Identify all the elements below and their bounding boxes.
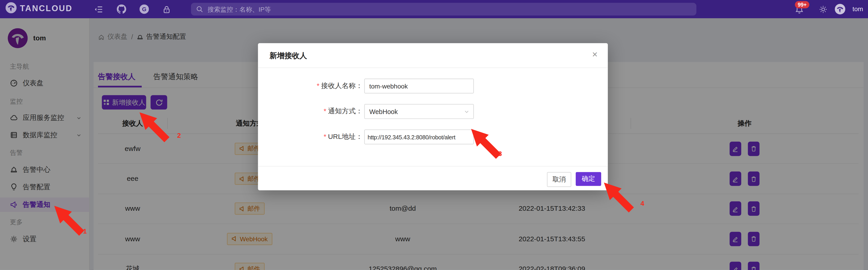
brand[interactable]: TANCLOUD — [5, 2, 72, 13]
gitee-icon[interactable]: G — [140, 4, 149, 14]
app-root: TANCLOUD G 99+ tom — [0, 0, 868, 270]
gear-icon[interactable] — [819, 5, 828, 14]
required-asterisk: * — [317, 82, 319, 90]
chevron-down-icon — [464, 109, 469, 114]
menu-fold-icon[interactable] — [94, 5, 103, 14]
select-value: WebHook — [365, 108, 398, 115]
annotation-step-number: 2 — [177, 132, 181, 139]
confirm-button[interactable]: 确定 — [576, 172, 601, 186]
required-asterisk: * — [323, 133, 326, 140]
form-row-method: *通知方式： WebHook — [258, 104, 608, 119]
required-asterisk: * — [323, 107, 326, 115]
url-input[interactable] — [365, 134, 473, 140]
modal-title: 新增接收人 — [270, 51, 307, 61]
form-row-url: *URL地址： — [258, 130, 608, 144]
brand-name: TANCLOUD — [20, 3, 72, 12]
search-bar — [191, 3, 696, 15]
annotation-step-number: 3 — [498, 150, 502, 158]
annotation-step-number: 4 — [641, 200, 644, 207]
github-icon[interactable] — [117, 4, 126, 14]
lock-icon[interactable] — [162, 5, 171, 14]
svg-text:G: G — [142, 6, 146, 12]
annotation-arrow-2 — [137, 110, 173, 145]
search-icon — [196, 5, 203, 13]
search-input[interactable] — [207, 5, 691, 13]
add-recipient-modal: 新增接收人 ✕ *接收人名称： *通知方式： WebHook *URL地址： 取… — [258, 43, 608, 190]
header-username[interactable]: tom — [852, 5, 863, 12]
top-header: TANCLOUD G 99+ tom — [0, 0, 868, 18]
notification-badge: 99+ — [795, 1, 809, 8]
notify-method-select[interactable]: WebHook — [364, 104, 474, 119]
user-avatar[interactable] — [835, 4, 845, 14]
recipient-name-input[interactable] — [365, 82, 473, 90]
cancel-button[interactable]: 取消 — [547, 172, 571, 187]
annotation-arrow-4 — [602, 180, 637, 216]
annotation-arrow-1 — [52, 204, 87, 239]
close-icon[interactable]: ✕ — [592, 50, 598, 59]
annotation-step-number: 1 — [83, 227, 87, 235]
form-row-name: *接收人名称： — [258, 78, 608, 94]
tancloud-logo-icon — [5, 2, 17, 13]
